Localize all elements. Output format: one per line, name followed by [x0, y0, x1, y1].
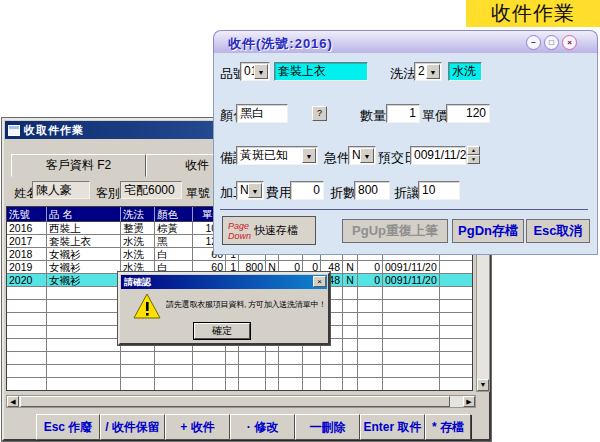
table-cell	[343, 326, 358, 339]
table-row[interactable]	[7, 352, 472, 365]
note-value: 黃斑已知	[240, 148, 288, 162]
chevron-down-icon[interactable]: ▼	[360, 148, 374, 163]
action-button[interactable]: / 收件保留	[100, 414, 165, 440]
close-icon[interactable]: ×	[313, 276, 326, 287]
chevron-down-icon[interactable]: ▼	[302, 148, 316, 163]
customer-name-field[interactable]: 陳人豪	[32, 181, 90, 199]
ok-button[interactable]: 確定	[194, 323, 250, 339]
allowance-field[interactable]: 10	[418, 181, 460, 200]
table-row[interactable]	[7, 378, 472, 391]
message-box-title: 請確認	[121, 276, 151, 289]
table-cell	[343, 365, 358, 378]
wash-method-label: 洗法	[390, 65, 416, 83]
color-field[interactable]: 黑白	[236, 104, 288, 123]
urgent-combobox[interactable]: N ▼	[348, 146, 376, 165]
separator	[220, 209, 588, 210]
action-button[interactable]: Enter 取件	[360, 414, 425, 440]
table-cell: N	[343, 274, 358, 287]
pgup-repeat-button[interactable]: PgUp重復上筆	[342, 219, 448, 243]
screen: 收件作業 收取件作業 客戶資料 F2 收件 姓名 陳人豪 客別 宅配6000 單…	[0, 0, 600, 442]
table-cell	[121, 365, 155, 378]
table-cell: 2020	[7, 274, 47, 287]
wash-method-combobox[interactable]: 2 ▼	[414, 62, 442, 81]
scroll-down-icon[interactable]: ▼	[477, 379, 489, 391]
table-header-cell: 洗法	[121, 207, 155, 222]
chevron-down-icon[interactable]: ▼	[248, 183, 262, 198]
table-row[interactable]	[7, 365, 472, 378]
table-cell	[383, 313, 440, 326]
action-button[interactable]: 一刪除	[295, 414, 360, 440]
table-cell	[47, 365, 121, 378]
wash-method-name-field[interactable]: 水洗	[448, 62, 482, 81]
quick-save-button[interactable]: PageDown 快速存檔	[222, 216, 316, 245]
quantity-field[interactable]: 1	[386, 104, 420, 123]
action-button[interactable]: · 修改	[230, 414, 295, 440]
fee-label: 費用	[266, 184, 292, 202]
table-cell	[358, 352, 383, 365]
unit-price-label: 單價	[422, 107, 448, 125]
table-cell	[321, 352, 343, 365]
close-icon[interactable]: ×	[562, 35, 577, 50]
table-cell	[47, 287, 121, 300]
table-cell: 套裝上衣	[47, 235, 121, 248]
chevron-down-icon[interactable]: ▼	[254, 64, 268, 79]
action-button[interactable]: Esc 作廢	[36, 414, 100, 440]
spin-down-icon[interactable]: ▼	[467, 155, 480, 164]
maximize-icon[interactable]: □	[544, 35, 559, 50]
dialog-titlebar[interactable]: 收件(洗號:2016) − □ ×	[213, 30, 598, 53]
esc-cancel-button[interactable]: Esc取消	[526, 219, 590, 243]
spin-up-icon[interactable]: ▲	[467, 146, 480, 155]
table-horizontal-scrollbar[interactable]: ◀ ▶	[6, 395, 476, 408]
discount-field[interactable]: 800	[354, 181, 390, 200]
table-cell	[383, 365, 440, 378]
pgdn-save-button[interactable]: PgDn存檔	[452, 219, 524, 243]
quick-save-label: 快速存檔	[254, 223, 298, 238]
table-cell	[343, 352, 358, 365]
table-cell	[321, 365, 343, 378]
table-cell	[383, 352, 440, 365]
table-cell	[383, 300, 440, 313]
urgent-label: 急件	[324, 149, 350, 167]
horizontal-scroll-thumb[interactable]	[20, 396, 450, 407]
table-cell	[440, 261, 473, 274]
table-cell: 水洗	[121, 235, 155, 248]
unit-price-field[interactable]: 120	[446, 104, 490, 123]
action-button-bar: Esc 作廢/ 收件保留+ 收件· 修改一刪除Enter 取件* 存檔	[4, 414, 489, 441]
table-cell	[239, 365, 266, 378]
table-cell	[121, 352, 155, 365]
tab-customer-data[interactable]: 客戶資料 F2	[11, 154, 146, 177]
table-cell: 女襯衫	[47, 274, 121, 287]
table-cell: 2016	[7, 222, 47, 235]
message-box-text: 請先選取衣服項目資料, 方可加入送洗清單中！	[166, 299, 326, 310]
action-button[interactable]: * 存檔	[425, 414, 471, 440]
discount-label: 折數	[330, 184, 356, 202]
table-cell	[7, 352, 47, 365]
chevron-down-icon[interactable]: ▼	[426, 64, 440, 79]
message-box-titlebar[interactable]: 請確認	[121, 275, 327, 289]
scroll-right-icon[interactable]: ▶	[463, 396, 475, 407]
table-cell	[193, 378, 226, 391]
table-cell: 0	[358, 274, 383, 287]
action-button[interactable]: + 收件	[165, 414, 230, 440]
scroll-left-icon[interactable]: ◀	[7, 396, 19, 407]
color-help-button[interactable]: ?	[312, 106, 327, 121]
processing-combobox[interactable]: N ▼	[236, 181, 264, 200]
table-cell	[7, 378, 47, 391]
customer-type-field[interactable]: 宅配6000	[120, 181, 182, 199]
table-cell	[358, 287, 383, 300]
item-name-field[interactable]: 套裝上衣	[274, 62, 368, 81]
table-cell: 西裝上	[47, 222, 121, 235]
table-cell: 水洗	[121, 248, 155, 261]
item-no-combobox[interactable]: 01 ▼	[240, 62, 270, 81]
note-combobox[interactable]: 黃斑已知 ▼	[236, 146, 318, 165]
fee-field[interactable]: 0	[290, 181, 324, 200]
main-window-title: 收取件作業	[24, 123, 84, 138]
table-cell: 黑	[155, 235, 193, 248]
table-cell	[383, 339, 440, 352]
minimize-icon[interactable]: −	[526, 35, 541, 50]
table-cell	[303, 365, 321, 378]
table-cell: 2019	[7, 261, 47, 274]
due-date-field[interactable]: 0091/11/20	[410, 146, 466, 165]
table-cell	[47, 339, 121, 352]
table-cell	[440, 352, 473, 365]
